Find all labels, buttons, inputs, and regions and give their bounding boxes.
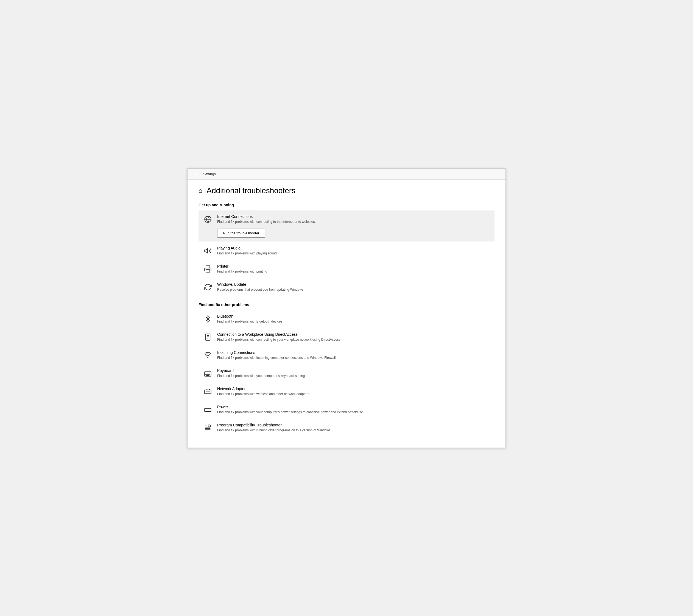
network-adapter-icon (203, 387, 213, 397)
item-incoming-connections-text: Incoming Connections Find and fix proble… (217, 350, 490, 360)
item-incoming-connections[interactable]: Incoming Connections Find and fix proble… (199, 346, 494, 364)
item-network-adapter-desc: Find and fix problems with wireless and … (217, 392, 490, 397)
item-power-name: Power (217, 405, 490, 409)
item-internet-connections[interactable]: Internet Connections Find and fix proble… (199, 210, 494, 242)
printer-icon (203, 264, 213, 274)
settings-window: ← Settings ⌂ Additional troubleshooters … (187, 169, 506, 448)
run-troubleshooter-button[interactable]: Run the troubleshooter (217, 229, 265, 238)
keyboard-icon (203, 368, 213, 378)
item-program-compatibility-desc: Find and fix problems with running older… (217, 428, 490, 433)
section-title-get-up-running: Get up and running (199, 203, 494, 207)
bluetooth-icon (203, 314, 213, 324)
item-connection-workplace-desc: Find and fix problems with connecting to… (217, 338, 490, 342)
item-incoming-connections-desc: Find and fix problems with incoming comp… (217, 355, 490, 360)
content-area: ⌂ Additional troubleshooters Get up and … (187, 180, 506, 447)
page-header: ⌂ Additional troubleshooters (199, 186, 494, 195)
item-program-compatibility-text: Program Compatibility Troubleshooter Fin… (217, 423, 490, 433)
back-button[interactable]: ← (192, 170, 200, 178)
item-network-adapter-text: Network Adapter Find and fix problems wi… (217, 387, 490, 397)
item-incoming-connections-name: Incoming Connections (217, 350, 490, 355)
item-playing-audio-name: Playing Audio (217, 246, 490, 250)
item-windows-update[interactable]: Windows Update Resolve problems that pre… (199, 278, 494, 296)
item-internet-connections-text: Internet Connections Find and fix proble… (217, 214, 490, 224)
svg-rect-2 (206, 334, 210, 340)
item-windows-update-text: Windows Update Resolve problems that pre… (217, 282, 490, 292)
item-keyboard[interactable]: Keyboard Find and fix problems with your… (199, 365, 494, 382)
item-connection-workplace[interactable]: Connection to a Workplace Using DirectAc… (199, 328, 494, 346)
item-power[interactable]: Power Find and fix problems with your co… (199, 401, 494, 419)
power-icon (203, 405, 213, 415)
internet-connections-icon (203, 214, 213, 224)
item-keyboard-text: Keyboard Find and fix problems with your… (217, 368, 490, 378)
svg-marker-0 (204, 248, 207, 253)
page-title: Additional troubleshooters (206, 186, 295, 195)
home-icon: ⌂ (199, 187, 202, 194)
item-internet-connections-main: Internet Connections Find and fix proble… (203, 214, 490, 224)
item-windows-update-desc: Resolve problems that prevent you from u… (217, 287, 490, 292)
title-bar-text: Settings (203, 172, 216, 176)
item-keyboard-desc: Find and fix problems with your computer… (217, 374, 490, 378)
windows-update-icon (203, 282, 213, 292)
section-title-find-fix-other: Find and fix other problems (199, 303, 494, 307)
item-bluetooth-text: Bluetooth Find and fix problems with Blu… (217, 314, 490, 324)
item-keyboard-name: Keyboard (217, 368, 490, 373)
incoming-connections-icon (203, 350, 213, 360)
item-playing-audio[interactable]: Playing Audio Find and fix problems with… (199, 242, 494, 259)
item-network-adapter-name: Network Adapter (217, 387, 490, 391)
item-printer-text: Printer Find and fix problems with print… (217, 264, 490, 274)
item-program-compatibility-name: Program Compatibility Troubleshooter (217, 423, 490, 427)
section-find-fix-other: Find and fix other problems Bluetooth Fi… (199, 303, 494, 437)
item-printer[interactable]: Printer Find and fix problems with print… (199, 260, 494, 278)
item-connection-workplace-text: Connection to a Workplace Using DirectAc… (217, 332, 490, 342)
svg-rect-1 (206, 270, 210, 272)
item-power-desc: Find and fix problems with your computer… (217, 410, 490, 415)
item-internet-connections-desc: Find and fix problems with connecting to… (217, 219, 490, 224)
item-internet-connections-name: Internet Connections (217, 214, 490, 219)
item-windows-update-name: Windows Update (217, 282, 490, 287)
item-printer-desc: Find and fix problems with printing (217, 269, 490, 274)
item-playing-audio-text: Playing Audio Find and fix problems with… (217, 246, 490, 256)
section-get-up-running: Get up and running Internet Connections (199, 203, 494, 296)
playing-audio-icon (203, 246, 213, 256)
item-power-text: Power Find and fix problems with your co… (217, 405, 490, 415)
item-connection-workplace-name: Connection to a Workplace Using DirectAc… (217, 332, 490, 336)
svg-rect-29 (208, 425, 210, 427)
item-playing-audio-desc: Find and fix problems with playing sound (217, 251, 490, 256)
program-compatibility-icon (203, 423, 213, 433)
svg-point-7 (207, 358, 208, 358)
item-bluetooth-name: Bluetooth (217, 314, 490, 319)
item-bluetooth-desc: Find and fix problems with Bluetooth dev… (217, 319, 490, 324)
item-network-adapter[interactable]: Network Adapter Find and fix problems wi… (199, 383, 494, 400)
item-program-compatibility[interactable]: Program Compatibility Troubleshooter Fin… (199, 419, 494, 437)
item-printer-name: Printer (217, 264, 490, 268)
item-bluetooth[interactable]: Bluetooth Find and fix problems with Blu… (199, 310, 494, 328)
connection-workplace-icon (203, 332, 213, 342)
svg-rect-24 (204, 408, 211, 411)
title-bar: ← Settings (187, 169, 506, 180)
